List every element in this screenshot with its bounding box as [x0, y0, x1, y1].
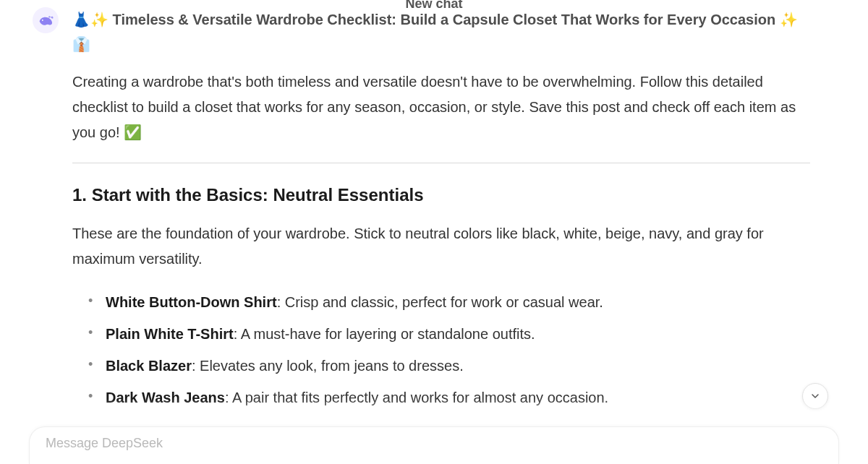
intro-paragraph: Creating a wardrobe that's both timeless… [72, 69, 810, 145]
section-heading: 1. Start with the Basics: Neutral Essent… [72, 185, 810, 205]
item-desc: : Crisp and classic, perfect for work or… [277, 294, 603, 310]
message-composer[interactable] [29, 426, 839, 464]
section-intro: These are the foundation of your wardrob… [72, 221, 810, 272]
item-name: Dark Wash Jeans [106, 390, 225, 405]
checklist: White Button-Down Shirt: Crisp and class… [72, 291, 810, 409]
assistant-avatar [33, 7, 59, 33]
title-text: Timeless & Versatile Wardrobe Checklist:… [113, 12, 776, 27]
list-item: White Button-Down Shirt: Crisp and class… [93, 291, 810, 314]
title-emoji-prefix: 👗✨ [72, 12, 113, 27]
section-divider [72, 163, 810, 163]
item-desc: : A must-have for layering or standalone… [234, 326, 535, 342]
item-desc: : A pair that fits perfectly and works f… [225, 390, 608, 405]
item-name: Plain White T-Shirt [106, 326, 234, 342]
svg-point-0 [42, 20, 43, 21]
whale-icon [35, 10, 56, 30]
list-item: Plain White T-Shirt: A must-have for lay… [93, 322, 810, 345]
item-name: Black Blazer [106, 358, 192, 374]
item-desc: : Elevates any look, from jeans to dress… [192, 358, 464, 374]
chevron-down-icon [809, 390, 821, 402]
item-name: White Button-Down Shirt [106, 294, 277, 310]
list-item: Black Blazer: Elevates any look, from je… [93, 354, 810, 377]
message-content: 👗✨ Timeless & Versatile Wardrobe Checkli… [72, 7, 810, 418]
message-input[interactable] [46, 436, 822, 451]
article-title: 👗✨ Timeless & Versatile Wardrobe Checkli… [72, 7, 810, 56]
list-item: Dark Wash Jeans: A pair that fits perfec… [93, 386, 810, 409]
scroll-to-bottom-button[interactable] [802, 383, 828, 409]
